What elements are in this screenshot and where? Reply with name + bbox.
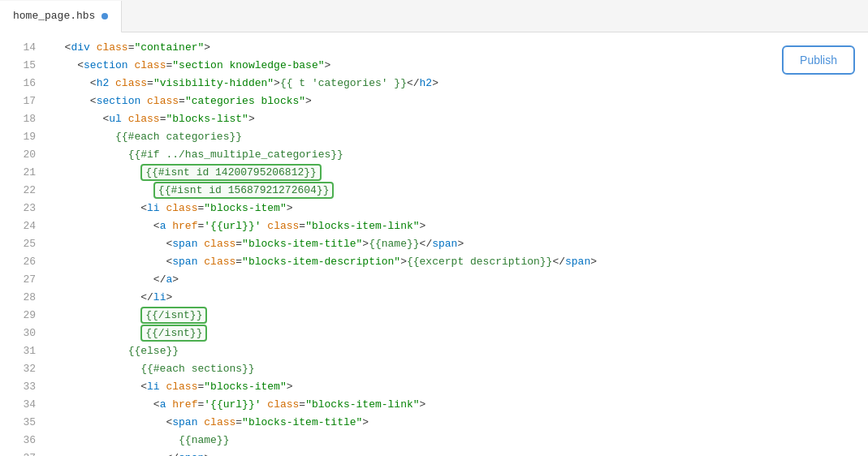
line-number: 20 bbox=[10, 146, 36, 164]
line-number: 36 bbox=[10, 432, 36, 450]
code-line: 25 <span class="blocks-item-title">{{nam… bbox=[0, 235, 868, 253]
line-number: 35 bbox=[10, 414, 36, 432]
publish-button[interactable]: Publish bbox=[782, 45, 855, 75]
code-line: 18 <ul class="blocks-list"> bbox=[0, 110, 868, 128]
code-line: 26 <span class="blocks-item-description"… bbox=[0, 253, 868, 271]
line-content: {{#isnt id 15687921272604}} bbox=[52, 182, 334, 200]
code-line: 22 {{#isnt id 15687921272604}} bbox=[0, 182, 868, 200]
code-line: 27 </a> bbox=[0, 271, 868, 289]
code-area[interactable]: 14 <div class="container">15 <section cl… bbox=[0, 32, 868, 456]
tab-filename: home_page.hbs bbox=[13, 10, 95, 22]
code-line: 20 {{#if ../has_multiple_categories}} bbox=[0, 146, 868, 164]
line-number: 28 bbox=[10, 289, 36, 307]
line-number: 26 bbox=[10, 253, 36, 271]
line-content: <div class="container"> bbox=[52, 39, 210, 57]
line-number: 16 bbox=[10, 75, 36, 92]
code-line: 28 </li> bbox=[0, 289, 868, 307]
line-content: {{#each categories}} bbox=[52, 128, 242, 146]
line-content: <a href='{{url}}' class="blocks-item-lin… bbox=[52, 217, 425, 235]
line-content: <section class="section knowledge-base"> bbox=[52, 57, 330, 75]
code-line: 24 <a href='{{url}}' class="blocks-item-… bbox=[0, 217, 868, 235]
line-content: <span class="blocks-item-title">{{name}}… bbox=[52, 235, 464, 253]
code-line: 30 {{/isnt}} bbox=[0, 325, 868, 342]
line-content: <a href='{{url}}' class="blocks-item-lin… bbox=[52, 396, 425, 414]
line-content: {{#each sections}} bbox=[52, 360, 255, 378]
line-number: 31 bbox=[10, 342, 36, 360]
code-line: 36 {{name}} bbox=[0, 432, 868, 450]
code-line: 19 {{#each categories}} bbox=[0, 128, 868, 146]
highlight-box: {{/isnt}} bbox=[140, 325, 207, 342]
line-content: {{/isnt}} bbox=[52, 307, 207, 325]
tab-home-page[interactable]: home_page.hbs bbox=[0, 1, 122, 33]
line-content: <span class="blocks-item-title"> bbox=[52, 414, 369, 432]
line-content: <span class="blocks-item-description">{{… bbox=[52, 253, 597, 271]
tab-modified-dot bbox=[101, 13, 108, 19]
line-number: 23 bbox=[10, 200, 36, 217]
line-content: {{name}} bbox=[52, 432, 229, 450]
highlight-box: {{#isnt id 15687921272604}} bbox=[153, 182, 335, 199]
line-number: 14 bbox=[10, 39, 36, 57]
code-line: 35 <span class="blocks-item-title"> bbox=[0, 414, 868, 432]
line-content: <li class="blocks-item"> bbox=[52, 378, 293, 396]
code-line: 15 <section class="section knowledge-bas… bbox=[0, 57, 868, 75]
tab-bar: home_page.hbs bbox=[0, 0, 868, 32]
code-line: 17 <section class="categories blocks"> bbox=[0, 92, 868, 110]
highlight-box: {{#isnt id 14200795206812}} bbox=[140, 164, 322, 181]
editor-container: 14 <div class="container">15 <section cl… bbox=[0, 32, 868, 456]
line-number: 29 bbox=[10, 307, 36, 325]
line-content: {{else}} bbox=[52, 342, 179, 360]
line-content: {{#if ../has_multiple_categories}} bbox=[52, 146, 343, 164]
line-content: </span> bbox=[52, 450, 210, 456]
line-content: <section class="categories blocks"> bbox=[52, 92, 312, 110]
line-number: 32 bbox=[10, 360, 36, 378]
line-number: 37 bbox=[10, 450, 36, 456]
line-number: 25 bbox=[10, 235, 36, 253]
line-number: 21 bbox=[10, 164, 36, 182]
highlight-box: {{/isnt}} bbox=[140, 307, 207, 324]
line-number: 27 bbox=[10, 271, 36, 289]
line-content: {{#isnt id 14200795206812}} bbox=[52, 164, 322, 182]
line-number: 30 bbox=[10, 325, 36, 342]
line-number: 22 bbox=[10, 182, 36, 200]
code-line: 37 </span> bbox=[0, 450, 868, 456]
line-content: <ul class="blocks-list"> bbox=[52, 110, 255, 128]
line-number: 33 bbox=[10, 378, 36, 396]
code-line: 33 <li class="blocks-item"> bbox=[0, 378, 868, 396]
code-line: 31 {{else}} bbox=[0, 342, 868, 360]
code-line: 16 <h2 class="visibility-hidden">{{ t 'c… bbox=[0, 75, 868, 92]
code-line: 32 {{#each sections}} bbox=[0, 360, 868, 378]
line-number: 19 bbox=[10, 128, 36, 146]
line-number: 18 bbox=[10, 110, 36, 128]
line-content: </a> bbox=[52, 271, 179, 289]
line-number: 15 bbox=[10, 57, 36, 75]
code-line: 29 {{/isnt}} bbox=[0, 307, 868, 325]
code-line: 34 <a href='{{url}}' class="blocks-item-… bbox=[0, 396, 868, 414]
code-line: 14 <div class="container"> bbox=[0, 39, 868, 57]
line-content: {{/isnt}} bbox=[52, 325, 207, 342]
line-number: 24 bbox=[10, 217, 36, 235]
line-content: </li> bbox=[52, 289, 172, 307]
line-content: <li class="blocks-item"> bbox=[52, 200, 293, 217]
code-line: 23 <li class="blocks-item"> bbox=[0, 200, 868, 217]
code-line: 21 {{#isnt id 14200795206812}} bbox=[0, 164, 868, 182]
line-content: <h2 class="visibility-hidden">{{ t 'cate… bbox=[52, 75, 438, 92]
line-number: 17 bbox=[10, 92, 36, 110]
line-number: 34 bbox=[10, 396, 36, 414]
